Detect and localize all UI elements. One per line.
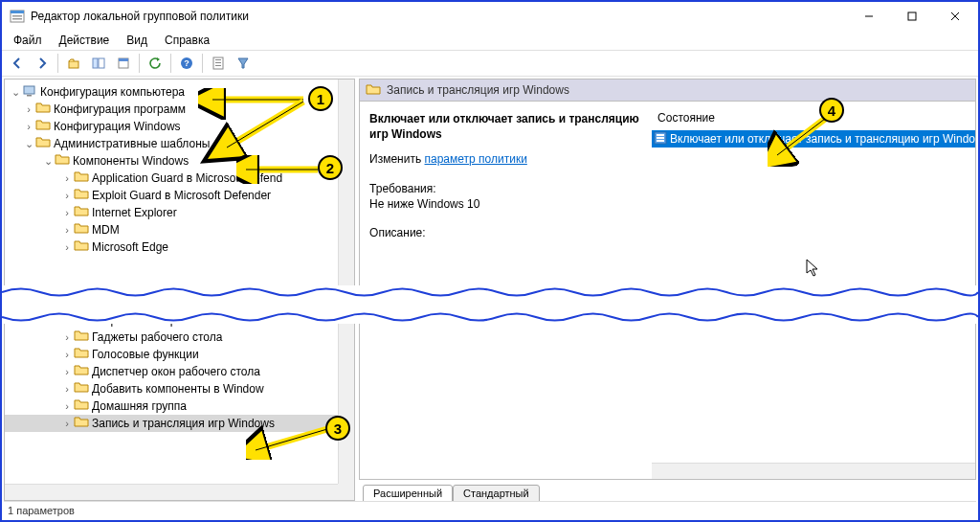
expand-toggle[interactable]: ›: [60, 415, 74, 432]
tree-node[interactable]: Гаджеты рабочего стола: [92, 329, 228, 346]
svg-rect-1: [11, 11, 24, 13]
horizontal-scrollbar[interactable]: [5, 484, 338, 500]
expand-toggle[interactable]: ›: [60, 204, 74, 221]
properties-button[interactable]: [112, 52, 135, 75]
edit-policy-link[interactable]: параметр политики: [425, 152, 527, 166]
toolbar-separator: [170, 54, 171, 73]
maximize-button[interactable]: [890, 3, 933, 30]
tree-node[interactable]: Административные шаблоны: [54, 135, 215, 152]
forward-button[interactable]: [31, 52, 54, 75]
app-window: Редактор локальной групповой политики Фа…: [0, 0, 980, 522]
window-title: Редактор локальной групповой политики: [31, 10, 847, 23]
tree-node[interactable]: Конфигурация программ: [54, 101, 191, 118]
mouse-cursor-icon: [806, 259, 821, 281]
tab-extended[interactable]: Расширенный: [363, 485, 453, 502]
tree-node[interactable]: Домашняя группа: [92, 397, 192, 415]
menu-action[interactable]: Действие: [52, 32, 118, 49]
folder-icon: [74, 415, 92, 433]
tree-node[interactable]: Конфигурация компьютера: [40, 83, 190, 101]
annotation-badge-1: 1: [308, 86, 333, 111]
folder-icon: [366, 82, 381, 99]
toolbar-separator: [202, 54, 203, 73]
svg-rect-2: [12, 15, 22, 17]
setting-name: Включает или отключает запись и трансляц…: [369, 111, 644, 142]
requirements-label: Требования:: [369, 181, 644, 196]
edit-label: Изменить: [369, 152, 424, 166]
svg-rect-16: [215, 59, 221, 60]
annotation-badge-3: 3: [325, 416, 350, 441]
svg-rect-20: [27, 95, 32, 97]
menu-help[interactable]: Справка: [157, 32, 217, 49]
expand-toggle[interactable]: ›: [60, 380, 74, 397]
expand-toggle[interactable]: ⌄: [22, 135, 35, 152]
expand-toggle[interactable]: ›: [60, 221, 74, 238]
tree-node[interactable]: Голосовые функции: [92, 346, 205, 363]
titlebar: Редактор локальной групповой политики: [2, 2, 978, 31]
tree-node[interactable]: Компоненты Windows: [73, 152, 194, 170]
requirements-text: Не ниже Windows 10: [369, 196, 644, 212]
show-hide-tree-button[interactable]: [87, 52, 110, 75]
tree-node[interactable]: Internet Explorer: [92, 204, 183, 221]
scroll-corner: [338, 484, 354, 500]
up-button[interactable]: [62, 52, 85, 75]
expand-toggle[interactable]: ›: [60, 329, 74, 346]
expand-toggle[interactable]: ›: [60, 238, 74, 256]
folder-icon: [74, 380, 92, 398]
svg-rect-24: [657, 140, 664, 142]
expand-toggle[interactable]: ⌄: [9, 83, 22, 101]
svg-text:?: ?: [184, 58, 189, 68]
toolbar: ?: [2, 50, 978, 77]
folder-icon: [35, 135, 54, 153]
tree-node[interactable]: Диспетчер окон рабочего стола: [92, 363, 266, 380]
menubar: Файл Действие Вид Справка: [2, 31, 978, 50]
details-header: Запись и трансляция игр Windows: [359, 79, 976, 102]
folder-icon: [35, 101, 54, 119]
minimize-button[interactable]: [847, 3, 890, 30]
funnel-button[interactable]: [232, 52, 255, 75]
horizontal-scrollbar[interactable]: [652, 463, 975, 479]
expand-toggle[interactable]: ›: [60, 346, 74, 363]
expand-toggle[interactable]: ›: [22, 101, 35, 118]
annotation-arrow: [198, 88, 323, 165]
tree-node[interactable]: Конфигурация Windows: [54, 118, 187, 135]
svg-rect-18: [215, 65, 221, 66]
svg-rect-9: [93, 58, 98, 68]
expand-toggle[interactable]: ›: [60, 187, 74, 204]
view-tabs: Расширенный Стандартный: [359, 480, 976, 501]
tree-node[interactable]: MDM: [92, 221, 125, 238]
close-button[interactable]: [933, 3, 976, 30]
tree-node[interactable]: Добавить компоненты в Window: [92, 380, 270, 397]
tree-node[interactable]: Microsoft Edge: [92, 238, 174, 256]
menu-file[interactable]: Файл: [6, 32, 50, 49]
help-button[interactable]: ?: [175, 52, 198, 75]
svg-rect-22: [657, 134, 664, 136]
folder-icon: [74, 329, 92, 347]
expand-toggle[interactable]: ›: [22, 118, 35, 135]
folder-icon: [35, 118, 54, 136]
details-header-text: Запись и трансляция игр Windows: [387, 83, 569, 97]
folder-icon: [74, 397, 92, 416]
refresh-button[interactable]: [144, 52, 167, 75]
description-label: Описание:: [369, 225, 644, 240]
computer-config-icon: [22, 83, 40, 102]
svg-line-32: [256, 429, 327, 450]
expand-toggle[interactable]: ›: [60, 170, 74, 187]
folder-icon: [74, 363, 92, 381]
menu-view[interactable]: Вид: [119, 32, 155, 49]
svg-rect-17: [215, 62, 221, 63]
svg-rect-10: [99, 58, 104, 68]
svg-rect-5: [908, 12, 916, 20]
tree-node[interactable]: Exploit Guard в Microsoft Defender: [92, 187, 277, 204]
folder-icon: [74, 204, 92, 222]
folder-icon: [74, 170, 92, 188]
svg-line-34: [777, 119, 825, 155]
app-icon: [10, 9, 25, 24]
expand-toggle[interactable]: ›: [60, 363, 74, 380]
filter-button[interactable]: [207, 52, 230, 75]
tab-standard[interactable]: Стандартный: [453, 485, 540, 502]
expand-toggle[interactable]: ›: [60, 397, 74, 415]
expand-toggle[interactable]: ⌄: [41, 152, 55, 170]
back-button[interactable]: [6, 52, 29, 75]
folder-icon: [74, 238, 92, 257]
toolbar-separator: [139, 54, 140, 73]
